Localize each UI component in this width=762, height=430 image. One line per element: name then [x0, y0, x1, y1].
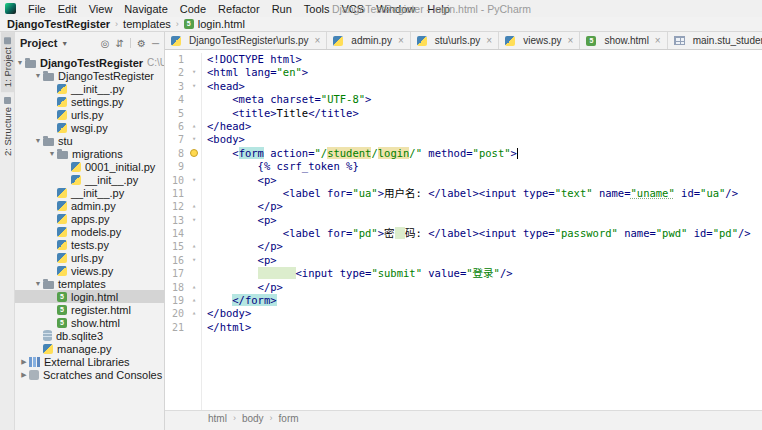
- editor-code-column[interactable]: <!DOCTYPE html><html lang="en"><head> <m…: [202, 53, 762, 410]
- editor-tab[interactable]: views.py×: [499, 32, 580, 49]
- fold-marker[interactable]: ▴: [187, 120, 201, 133]
- tree-item[interactable]: urls.py: [15, 251, 164, 264]
- tree-item[interactable]: login.html: [15, 290, 164, 303]
- editor-tab[interactable]: main.stu_student [db]×: [668, 32, 762, 49]
- tag-breadcrumb-item[interactable]: body: [242, 413, 264, 424]
- tree-item[interactable]: ▼DjangoTestRegister: [15, 69, 164, 82]
- menu-refactor[interactable]: Refactor: [212, 2, 266, 16]
- fold-marker[interactable]: ▾: [187, 254, 201, 267]
- tag-breadcrumb-item[interactable]: form: [279, 413, 299, 424]
- tree-item[interactable]: settings.py: [15, 95, 164, 108]
- tree-item[interactable]: ▶Scratches and Consoles: [15, 368, 164, 381]
- chevron-down-icon[interactable]: ▼: [33, 280, 43, 287]
- code-line[interactable]: </head>: [207, 120, 762, 133]
- fold-marker[interactable]: ▴: [187, 307, 201, 320]
- locate-target-icon[interactable]: ◎: [101, 38, 110, 49]
- code-line[interactable]: </p>: [207, 240, 762, 253]
- fold-marker[interactable]: ▾: [187, 133, 201, 146]
- code-line[interactable]: <form action="/student/login/" method="p…: [207, 147, 762, 160]
- intention-bulb-icon[interactable]: [190, 149, 198, 157]
- code-line[interactable]: </p>: [207, 200, 762, 213]
- chevron-down-icon[interactable]: ▼: [15, 59, 25, 66]
- close-icon[interactable]: ×: [486, 35, 492, 46]
- editor-tab[interactable]: show.html×: [580, 32, 667, 49]
- tree-item[interactable]: views.py: [15, 264, 164, 277]
- code-line[interactable]: <input type="submit" value="登录"/>: [207, 267, 762, 280]
- code-editor[interactable]: 12▾3▾456▴7▾8910▾1112▴13▾1415▴16▾1718▴19▴…: [165, 50, 762, 410]
- menu-code[interactable]: Code: [174, 2, 212, 16]
- breadcrumb-item[interactable]: login.html: [198, 18, 245, 30]
- menu-view[interactable]: View: [83, 2, 119, 16]
- intention-bulb-cell[interactable]: [187, 147, 201, 160]
- chevron-down-icon[interactable]: ▼: [33, 137, 43, 144]
- code-line[interactable]: <head>: [207, 80, 762, 93]
- fold-marker[interactable]: ▾: [187, 66, 201, 79]
- code-line[interactable]: <label for="ua">用户名: </label><input type…: [207, 187, 762, 200]
- tree-item[interactable]: show.html: [15, 316, 164, 329]
- close-icon[interactable]: ×: [398, 35, 404, 46]
- tree-item[interactable]: ▼templates: [15, 277, 164, 290]
- fold-marker[interactable]: ▴: [187, 240, 201, 253]
- tree-item[interactable]: __init__.py: [15, 82, 164, 95]
- fold-marker[interactable]: ▾: [187, 80, 201, 93]
- menu-tools[interactable]: Tools: [298, 2, 336, 16]
- tag-breadcrumb-item[interactable]: html: [208, 413, 227, 424]
- menu-run[interactable]: Run: [266, 2, 298, 16]
- tree-item[interactable]: ▼DjangoTestRegisterC:\Users\haiji: [15, 56, 164, 69]
- code-line[interactable]: </p>: [207, 281, 762, 294]
- code-line[interactable]: <p>: [207, 174, 762, 187]
- gear-icon[interactable]: ⚙: [137, 38, 146, 49]
- fold-marker[interactable]: ▾: [187, 174, 201, 187]
- tree-item[interactable]: admin.py: [15, 199, 164, 212]
- chevron-down-icon[interactable]: ▼: [61, 40, 68, 47]
- menu-navigate[interactable]: Navigate: [118, 2, 173, 16]
- tree-item[interactable]: ▼migrations: [15, 147, 164, 160]
- code-line[interactable]: <p>: [207, 214, 762, 227]
- tree-item[interactable]: urls.py: [15, 108, 164, 121]
- tree-item[interactable]: wsgi.py: [15, 121, 164, 134]
- fold-marker[interactable]: ▴: [187, 200, 201, 213]
- tree-item[interactable]: tests.py: [15, 238, 164, 251]
- code-line[interactable]: </html>: [207, 321, 762, 334]
- chevron-right-icon[interactable]: ▶: [19, 371, 29, 379]
- fold-marker[interactable]: ▾: [187, 214, 201, 227]
- tree-item[interactable]: register.html: [15, 303, 164, 316]
- code-line[interactable]: </body>: [207, 307, 762, 320]
- tool-window-button[interactable]: 2: Structure: [1, 92, 14, 161]
- tree-item[interactable]: __init__.py: [15, 173, 164, 186]
- chevron-right-icon[interactable]: ▶: [19, 358, 29, 366]
- tree-item[interactable]: apps.py: [15, 212, 164, 225]
- close-icon[interactable]: ×: [315, 35, 321, 46]
- editor-tab[interactable]: stu\urls.py×: [411, 32, 499, 49]
- close-icon[interactable]: ×: [568, 35, 574, 46]
- tree-item[interactable]: __init__.py: [15, 186, 164, 199]
- code-line[interactable]: <label for="pd">密 码: </label><input type…: [207, 227, 762, 240]
- menu-file[interactable]: File: [22, 2, 52, 16]
- tool-window-button[interactable]: 1: Project: [1, 32, 14, 92]
- code-line[interactable]: <meta charset="UTF-8">: [207, 93, 762, 106]
- code-line[interactable]: <title>Title</title>: [207, 107, 762, 120]
- tree-item[interactable]: ▶External Libraries: [15, 355, 164, 368]
- hide-panel-icon[interactable]: ─: [152, 38, 159, 49]
- code-line[interactable]: </form>: [207, 294, 762, 307]
- menu-edit[interactable]: Edit: [52, 2, 83, 16]
- tree-item[interactable]: models.py: [15, 225, 164, 238]
- code-line[interactable]: <body>: [207, 133, 762, 146]
- code-line[interactable]: {% csrf_token %}: [207, 160, 762, 173]
- collapse-all-icon[interactable]: ⇵: [116, 38, 124, 49]
- close-icon[interactable]: ×: [655, 35, 661, 46]
- tree-item[interactable]: manage.py: [15, 342, 164, 355]
- breadcrumb-item[interactable]: templates: [123, 18, 171, 30]
- tree-item[interactable]: 0001_initial.py: [15, 160, 164, 173]
- code-line[interactable]: <p>: [207, 254, 762, 267]
- fold-marker[interactable]: ▴: [187, 294, 201, 307]
- chevron-down-icon[interactable]: ▼: [33, 72, 43, 79]
- breadcrumb-item[interactable]: DjangoTestRegister: [7, 18, 110, 30]
- tree-item[interactable]: ▼stu: [15, 134, 164, 147]
- code-line[interactable]: <!DOCTYPE html>: [207, 53, 762, 66]
- editor-tab[interactable]: DjangoTestRegister\urls.py×: [165, 32, 327, 49]
- editor-tab[interactable]: admin.py×: [327, 32, 410, 49]
- chevron-down-icon[interactable]: ▼: [47, 150, 57, 157]
- code-line[interactable]: <html lang="en">: [207, 66, 762, 79]
- fold-marker[interactable]: ▴: [187, 281, 201, 294]
